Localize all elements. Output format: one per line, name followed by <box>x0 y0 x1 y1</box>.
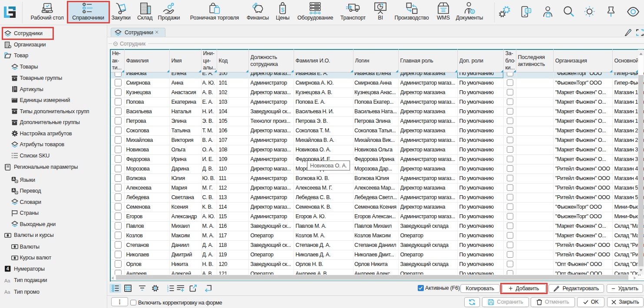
svg-text:Aa: Aa <box>4 278 10 283</box>
svg-text:$: $ <box>281 6 284 13</box>
svg-text:Aa: Aa <box>4 289 10 295</box>
svg-text:4: 4 <box>7 266 9 271</box>
svg-text:3: 3 <box>167 289 168 292</box>
